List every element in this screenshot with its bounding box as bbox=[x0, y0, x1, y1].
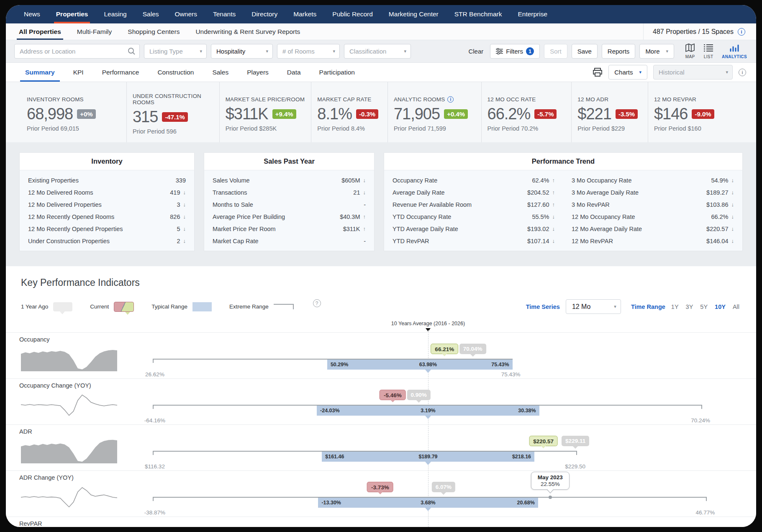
tab-data[interactable]: Data bbox=[278, 63, 310, 82]
nav-item-marketing-center[interactable]: Marketing Center bbox=[381, 5, 446, 23]
time-range-10y[interactable]: 10Y bbox=[715, 303, 726, 310]
kpi-cards-band: INVENTORY ROOMS68,998+0%Prior Period 69,… bbox=[6, 82, 756, 142]
typical-max-label: 30.38% bbox=[518, 406, 536, 416]
nav-item-owners[interactable]: Owners bbox=[167, 5, 205, 23]
table-row: 3 Mo RevPAR$103.86↓ bbox=[563, 198, 742, 211]
view-button-map[interactable]: MAP bbox=[685, 44, 695, 59]
value-text: 55.5% bbox=[532, 213, 549, 220]
subnav-item-shopping-centers[interactable]: Shopping Centers bbox=[120, 23, 187, 40]
view-button-list[interactable]: LIST bbox=[703, 44, 713, 59]
subnav-item-all-properties[interactable]: All Properties bbox=[11, 23, 69, 40]
table-row: Occupancy Rate62.4%↑ bbox=[384, 174, 563, 186]
arrow-down-icon: ↓ bbox=[552, 238, 555, 244]
bubble-gray-swatch bbox=[53, 302, 72, 311]
time-range-1y[interactable]: 1Y bbox=[671, 303, 679, 310]
filter-select-value: Listing Type bbox=[149, 48, 183, 55]
typical-mid-label: 3.68% bbox=[405, 498, 451, 508]
search-input[interactable] bbox=[14, 44, 140, 59]
arrow-down-icon: ↓ bbox=[731, 213, 734, 220]
value-text: 66.2% bbox=[711, 213, 728, 220]
legend-label: 1 Year Ago bbox=[21, 303, 48, 310]
kpi-card-label-text: 12 MO REVPAR bbox=[654, 96, 696, 103]
year-ago-bubble: 6.07% bbox=[432, 482, 455, 492]
table-row: 3 Mo Average Daily Rate$189.27↓ bbox=[563, 186, 742, 198]
nav-item-news[interactable]: News bbox=[16, 5, 48, 23]
save-button[interactable]: Save bbox=[572, 44, 598, 59]
tab-sales[interactable]: Sales bbox=[203, 63, 238, 82]
value-text: $40.3M bbox=[340, 213, 360, 220]
table-row-label: 12 Mo Occupancy Rate bbox=[572, 213, 635, 220]
filter-select-hospitality[interactable]: Hospitality▾ bbox=[211, 44, 273, 59]
clear-button[interactable]: Clear bbox=[468, 48, 483, 55]
nav-item-enterprise[interactable]: Enterprise bbox=[510, 5, 555, 23]
analytics-icon bbox=[729, 44, 739, 54]
table-row-label: 3 Mo RevPAR bbox=[572, 201, 610, 208]
arrow-down-icon: ↓ bbox=[183, 201, 186, 208]
subnav-item-multi-family[interactable]: Multi-Family bbox=[69, 23, 120, 40]
table-body: Existing Properties33912 Mo Delivered Ro… bbox=[20, 170, 194, 251]
filters-button[interactable]: Filters 1 bbox=[490, 44, 540, 59]
kpi-card-prior: Prior Period $285K bbox=[226, 125, 305, 132]
tab-summary[interactable]: Summary bbox=[16, 63, 64, 82]
info-icon[interactable]: i bbox=[447, 96, 454, 103]
legend-item-1-year-ago: 1 Year Ago bbox=[21, 302, 72, 311]
filter-select-of-rooms[interactable]: # of Rooms▾ bbox=[277, 44, 340, 59]
table-row-value: 55.5%↓ bbox=[532, 213, 555, 220]
help-icon[interactable]: ? bbox=[313, 299, 321, 307]
kpi-card-value: 66.2% bbox=[487, 105, 531, 123]
tab-kpi[interactable]: KPI bbox=[64, 63, 93, 82]
table-row: 12 Mo Delivered Rooms419↓ bbox=[20, 186, 194, 198]
view-button-analytics[interactable]: ANALYTICS bbox=[722, 44, 747, 59]
tab-participation[interactable]: Participation bbox=[310, 63, 364, 82]
subnav-item-underwriting-rent-survey-reports[interactable]: Underwriting & Rent Survey Reports bbox=[187, 23, 308, 40]
historical-select[interactable]: Historical▾ bbox=[653, 65, 733, 80]
kpi-card-label-text: ANALYTIC ROOMS bbox=[394, 96, 445, 103]
tab-construction[interactable]: Construction bbox=[148, 63, 203, 82]
nav-item-public-record[interactable]: Public Record bbox=[324, 5, 381, 23]
kpi-controls: 1 Year AgoCurrentTypical RangeExtreme Ra… bbox=[6, 299, 756, 314]
table-row-label: 12 Mo Recently Opened Properties bbox=[28, 226, 123, 232]
table-row: Average Price Per Building$40.3M↑ bbox=[204, 211, 374, 223]
filter-select-listing-type[interactable]: Listing Type▾ bbox=[144, 44, 207, 59]
sliders-icon bbox=[496, 48, 503, 54]
results-info-icon[interactable]: i bbox=[738, 28, 745, 36]
kpi-card-value-row: $221-3.5% bbox=[577, 105, 642, 123]
chart-row-label: ADR bbox=[19, 428, 32, 435]
time-series-select[interactable]: 12 Mo▾ bbox=[566, 299, 621, 314]
table-body: Occupancy Rate62.4%↑Average Daily Rate$2… bbox=[384, 170, 742, 251]
kpi-card-label-text: MARKET SALE PRICE/ROOM bbox=[226, 96, 305, 103]
nav-item-directory[interactable]: Directory bbox=[244, 5, 285, 23]
more-button[interactable]: More▾ bbox=[639, 44, 674, 59]
value-text: 3 bbox=[177, 201, 180, 208]
sales-past-year-table: Sales Past YearSales Volume$605M↓Transac… bbox=[204, 152, 375, 251]
kpi-card-value: $221 bbox=[577, 105, 611, 123]
arrow-down-icon: ↓ bbox=[183, 226, 186, 232]
time-range-all[interactable]: All bbox=[733, 303, 739, 310]
table-row-value: $189.27↓ bbox=[706, 189, 734, 196]
list-icon bbox=[703, 44, 713, 54]
median-pointer-icon bbox=[425, 370, 431, 376]
tooltip-title: May 2023 bbox=[538, 474, 563, 481]
bracket-swatch bbox=[274, 304, 294, 309]
print-icon[interactable] bbox=[593, 68, 603, 77]
nav-item-markets[interactable]: Markets bbox=[285, 5, 324, 23]
charts-button[interactable]: Charts▾ bbox=[608, 65, 647, 80]
arrow-down-icon: ↓ bbox=[731, 226, 734, 232]
typical-mid-label: 63.98% bbox=[405, 360, 451, 370]
section-info-icon[interactable]: i bbox=[739, 69, 746, 76]
reports-button[interactable]: Reports bbox=[602, 44, 636, 59]
table-row-value: $193.02↓ bbox=[527, 226, 555, 232]
search-icon bbox=[128, 47, 136, 55]
nav-item-str-benchmark[interactable]: STR Benchmark bbox=[446, 5, 510, 23]
nav-item-leasing[interactable]: Leasing bbox=[96, 5, 134, 23]
time-range-5y[interactable]: 5Y bbox=[700, 303, 708, 310]
nav-item-sales[interactable]: Sales bbox=[135, 5, 167, 23]
arrow-down-icon: ↓ bbox=[552, 226, 555, 232]
tab-players[interactable]: Players bbox=[238, 63, 278, 82]
time-range-3y[interactable]: 3Y bbox=[686, 303, 693, 310]
nav-item-properties[interactable]: Properties bbox=[48, 5, 96, 23]
tab-performance[interactable]: Performance bbox=[93, 63, 149, 82]
filter-select-classification[interactable]: Classification▾ bbox=[344, 44, 411, 59]
sort-button[interactable]: Sort bbox=[544, 44, 567, 59]
nav-item-tenants[interactable]: Tenants bbox=[205, 5, 244, 23]
